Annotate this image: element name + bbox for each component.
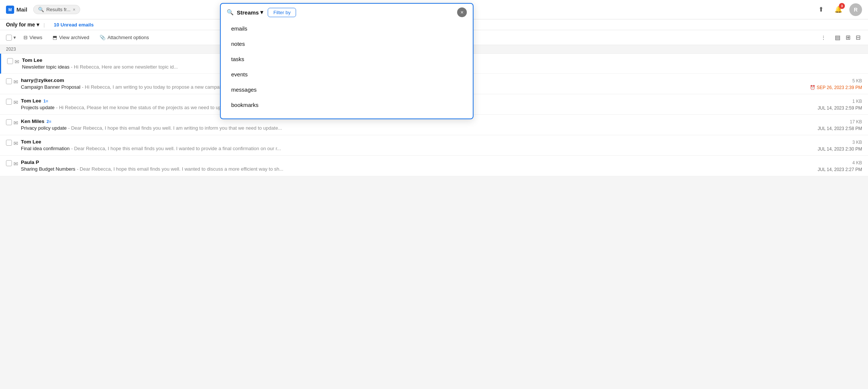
dropdown-item[interactable]: events xyxy=(221,67,473,82)
email-preview: - Dear Rebecca, I hope this email finds … xyxy=(68,125,282,131)
notification-badge: 3 xyxy=(839,3,845,9)
email-row[interactable]: ✉ Tom Lee Final idea confirmation - Dear… xyxy=(0,135,868,156)
email-subject-preview: Privacy policy update - Dear Rebecca, I … xyxy=(21,125,802,131)
dropdown-item[interactable]: tasks xyxy=(221,51,473,67)
filter-label-text: Only for me xyxy=(6,22,35,28)
thread-count: 2≡ xyxy=(47,119,51,124)
email-size: 5 KB xyxy=(852,78,862,83)
topbar-actions: ⬆ 🔔 3 R xyxy=(815,3,862,16)
email-meta: 17 KB JUL 14, 2023 2:58 PM xyxy=(802,118,862,131)
email-sender: Ken Miles 2≡ xyxy=(21,118,802,124)
dropdown-item[interactable]: notes xyxy=(221,36,473,51)
more-icon: ⋮ xyxy=(821,35,826,40)
upload-button[interactable]: ⬆ xyxy=(815,4,827,16)
close-dropdown-button[interactable]: × xyxy=(457,7,467,17)
email-meta: 5 KB ⏰ SEP 26, 2023 2:39 PM xyxy=(802,78,862,90)
email-date: JUL 14, 2023 2:30 PM xyxy=(818,146,862,152)
app-logo: M Mail xyxy=(6,6,27,14)
grid-view-icon[interactable]: ⊞ xyxy=(844,32,852,42)
email-check-col: ✉ xyxy=(6,98,21,106)
column-view-icon[interactable]: ⊟ xyxy=(854,32,862,42)
dropdown-header: 🔍 Streams ▾ Filter by × xyxy=(221,4,473,21)
filter-by-button[interactable]: Filter by xyxy=(268,8,296,17)
attachment-options-label: Attachment options xyxy=(107,35,149,40)
view-archived-button[interactable]: ⬒ View archived xyxy=(50,33,92,42)
email-checkbox[interactable] xyxy=(6,119,12,125)
dropdown-items: emailsnotestaskseventsmessagesbookmarks xyxy=(221,21,473,113)
email-size: 17 KB xyxy=(850,119,862,124)
email-envelope-icon: ✉ xyxy=(13,140,18,147)
notifications-button[interactable]: 🔔 3 xyxy=(832,4,844,16)
email-preview: - Dear Rebecca, I hope this email finds … xyxy=(77,166,283,172)
email-date: ⏰ SEP 26, 2023 2:39 PM xyxy=(810,85,862,90)
email-preview: - Dear Rebecca, I hope this email finds … xyxy=(71,146,281,151)
results-tab[interactable]: 🔍 Results fr... × xyxy=(33,5,80,14)
filter-selector[interactable]: Only for me ▾ xyxy=(6,22,39,28)
email-subject: Sharing Budget Numbers xyxy=(21,166,75,172)
email-subject-preview: Sharing Budget Numbers - Dear Rebecca, I… xyxy=(21,166,802,172)
email-envelope-icon: ✉ xyxy=(15,58,19,65)
date-warning-icon: ⏰ xyxy=(810,85,815,90)
unread-count: 10 Unread emails xyxy=(54,22,94,28)
email-checkbox[interactable] xyxy=(7,58,13,64)
streams-label: Streams xyxy=(237,9,259,16)
search-icon: 🔍 xyxy=(38,7,44,12)
email-size: 1 KB xyxy=(852,99,862,104)
email-preview: - Hi Rebecca, Here are some newsletter t… xyxy=(71,64,178,70)
dropdown-item[interactable]: bookmarks xyxy=(221,97,473,113)
email-subject: Campaign Banner Proposal xyxy=(21,84,81,90)
streams-dropdown: 🔍 Streams ▾ Filter by × emailsnotestasks… xyxy=(220,3,474,119)
attachment-options-button[interactable]: 📎 Attachment options xyxy=(97,33,152,42)
select-all-checkbox[interactable] xyxy=(6,35,12,41)
email-subject: Privacy policy update xyxy=(21,125,67,131)
email-envelope-icon: ✉ xyxy=(13,161,18,167)
email-content: Ken Miles 2≡ Privacy policy update - Dea… xyxy=(21,118,802,131)
email-subject: Projects update xyxy=(21,105,54,110)
user-avatar[interactable]: R xyxy=(849,3,862,16)
email-meta: 1 KB JUL 14, 2023 2:59 PM xyxy=(802,98,862,111)
email-meta xyxy=(802,57,862,58)
dropdown-search-icon: 🔍 xyxy=(227,9,234,16)
email-size: 4 KB xyxy=(852,160,862,165)
email-check-col: ✉ xyxy=(6,78,21,85)
email-check-col: ✉ xyxy=(6,159,21,167)
email-checkbox[interactable] xyxy=(6,78,12,84)
list-view-icon[interactable]: ▤ xyxy=(833,32,842,42)
email-checkbox[interactable] xyxy=(6,99,12,105)
email-check-col: ✉ xyxy=(6,118,21,126)
streams-title-button[interactable]: Streams ▾ xyxy=(237,9,263,16)
email-meta: 4 KB JUL 14, 2023 2:27 PM xyxy=(802,159,862,172)
email-content: Tom Lee Final idea confirmation - Dear R… xyxy=(21,139,802,151)
dropdown-item[interactable]: messages xyxy=(221,82,473,97)
email-check-col: ✉ xyxy=(7,57,22,65)
select-chevron-icon[interactable]: ▾ xyxy=(13,35,16,40)
thread-count: 1≡ xyxy=(44,99,48,103)
mail-logo-icon: M xyxy=(6,6,14,14)
email-subject: Newsletter topic ideas xyxy=(22,64,69,70)
email-subject-preview: Final idea confirmation - Dear Rebecca, … xyxy=(21,145,802,151)
email-envelope-icon: ✉ xyxy=(13,120,18,126)
app-name: Mail xyxy=(16,6,27,13)
select-area: ▾ xyxy=(6,35,16,41)
email-envelope-icon: ✉ xyxy=(13,99,18,106)
email-content: Paula P Sharing Budget Numbers - Dear Re… xyxy=(21,159,802,172)
dropdown-item[interactable]: emails xyxy=(221,21,473,36)
views-label: Views xyxy=(29,35,42,40)
email-date: JUL 14, 2023 2:59 PM xyxy=(818,105,862,111)
email-size: 3 KB xyxy=(852,140,862,145)
email-checkbox[interactable] xyxy=(6,160,12,166)
upload-icon: ⬆ xyxy=(818,6,824,13)
email-checkbox[interactable] xyxy=(6,140,12,146)
close-tab-button[interactable]: × xyxy=(73,7,75,12)
filter-icon: ⊟ xyxy=(23,35,28,40)
filter-chevron-icon: ▾ xyxy=(37,22,39,28)
email-sender: Tom Lee xyxy=(21,139,802,145)
tab-label: Results fr... xyxy=(46,7,70,12)
archive-icon: ⬒ xyxy=(53,35,57,40)
email-row[interactable]: ✉ Paula P Sharing Budget Numbers - Dear … xyxy=(0,156,868,176)
more-options-button[interactable]: ⋮ xyxy=(821,35,826,40)
email-meta: 3 KB JUL 14, 2023 2:30 PM xyxy=(802,139,862,152)
attachment-icon: 📎 xyxy=(100,35,106,40)
views-button[interactable]: ⊟ Views xyxy=(21,33,45,42)
view-archived-label: View archived xyxy=(59,35,89,40)
